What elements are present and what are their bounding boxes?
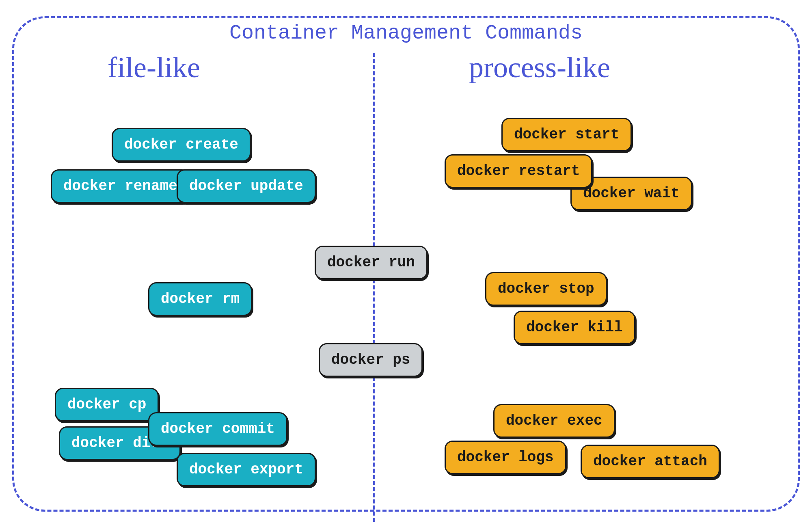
cmd-docker-attach: docker attach <box>581 445 720 478</box>
cmd-docker-exec: docker exec <box>493 404 615 438</box>
cmd-docker-export: docker export <box>177 453 316 486</box>
cmd-docker-run: docker run <box>315 246 428 279</box>
cmd-docker-logs: docker logs <box>445 441 566 474</box>
cmd-docker-rename: docker rename <box>51 169 190 203</box>
cmd-docker-commit: docker commit <box>148 412 287 446</box>
vertical-divider <box>373 53 375 523</box>
cmd-docker-kill: docker kill <box>514 311 635 344</box>
cmd-docker-create: docker create <box>112 128 251 162</box>
diagram-container: Container Management Commands file-like … <box>12 16 800 512</box>
section-title-process-like: process-like <box>469 51 610 84</box>
cmd-docker-restart: docker restart <box>445 154 592 188</box>
diagram-title: Container Management Commands <box>217 22 595 45</box>
cmd-docker-update: docker update <box>177 169 316 203</box>
section-title-file-like: file-like <box>108 51 200 84</box>
cmd-docker-ps: docker ps <box>319 343 423 377</box>
cmd-docker-start: docker start <box>501 118 632 151</box>
cmd-docker-stop: docker stop <box>485 272 607 306</box>
cmd-docker-rm: docker rm <box>148 282 252 316</box>
cmd-docker-cp: docker cp <box>55 388 159 421</box>
